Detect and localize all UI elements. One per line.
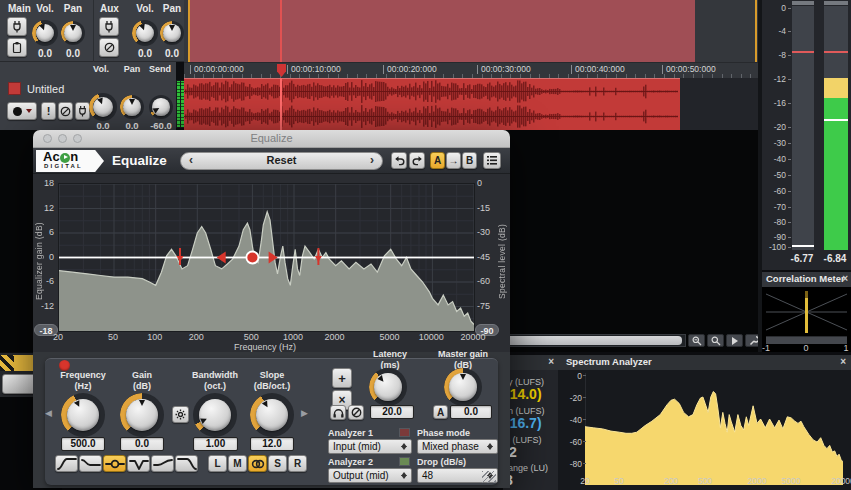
analyzer1-color-swatch[interactable] — [399, 428, 410, 437]
window-titlebar[interactable]: Equalize — [33, 130, 510, 148]
aux-volume-knob[interactable] — [132, 20, 158, 46]
track-pan-knob[interactable] — [120, 95, 144, 119]
ab-copy-button[interactable]: → — [446, 152, 461, 169]
phase-mode-select[interactable]: Mixed phase — [417, 439, 498, 454]
filter-notch-button[interactable] — [127, 455, 150, 472]
slope-knob[interactable] — [250, 393, 294, 437]
gain-knob[interactable] — [120, 393, 164, 437]
panel-titlebar[interactable]: × — [503, 355, 558, 370]
channel-stereo-button[interactable] — [248, 455, 267, 472]
bypass-button[interactable] — [348, 405, 364, 420]
frequency-value[interactable]: 500.0 — [61, 437, 105, 451]
filter-highpass-button[interactable] — [55, 455, 78, 472]
auto-gain-button[interactable]: A — [433, 405, 448, 419]
eq-x-tick-label: 2000 — [325, 332, 345, 342]
preset-name: Reset — [181, 154, 382, 166]
spectrum-y-tick — [583, 463, 586, 464]
channel-side-button[interactable]: S — [268, 455, 287, 472]
aux-pan-knob[interactable] — [160, 21, 184, 45]
overview-selection[interactable] — [190, 0, 695, 62]
close-icon[interactable]: × — [840, 356, 846, 367]
track-mute-button[interactable] — [58, 102, 73, 120]
acon-digital-logo: Acn DIGITAL — [36, 150, 104, 172]
main-volume-knob[interactable] — [32, 20, 58, 46]
meter-yellow-segment — [824, 78, 848, 98]
divider — [93, 0, 94, 62]
scrollbar-thumb[interactable] — [485, 336, 682, 345]
slope-value[interactable]: 12.0 — [250, 437, 294, 451]
analyzer2-color-swatch[interactable] — [399, 457, 410, 466]
track-alert-button[interactable]: ! — [41, 102, 56, 120]
channel-left-button[interactable]: L — [208, 455, 227, 472]
add-band-button[interactable]: + — [332, 368, 352, 388]
main-pan-knob[interactable] — [61, 21, 85, 45]
close-icon[interactable]: × — [842, 273, 848, 284]
overview-left-edge[interactable] — [188, 0, 190, 62]
filter-highshelf-button[interactable] — [151, 455, 174, 472]
master-gain-label: Master gain — [438, 349, 488, 359]
next-band-button[interactable]: ▶ — [301, 408, 308, 418]
overview-right-edge[interactable] — [755, 0, 757, 62]
spectrum-x-tick-label: 20000 — [831, 476, 851, 486]
frequency-knob[interactable] — [61, 393, 105, 437]
main-insert-button[interactable] — [7, 17, 27, 36]
channel-right-button[interactable]: R — [288, 455, 307, 472]
bandwidth-knob[interactable] — [193, 393, 237, 437]
track-lane-empty[interactable] — [680, 78, 758, 130]
play-icon — [64, 155, 68, 159]
preset-menu-button[interactable] — [483, 152, 501, 169]
eq-plot[interactable] — [58, 183, 475, 332]
audio-clip[interactable] — [184, 78, 680, 130]
record-arm-button[interactable] — [7, 102, 37, 120]
aux-bypass-button[interactable] — [99, 38, 119, 57]
filter-peak-button[interactable] — [103, 455, 126, 472]
ab-a-button[interactable]: A — [430, 152, 445, 169]
spectrum-y-tick-label: 0 — [560, 371, 582, 381]
track-color-swatch[interactable] — [8, 82, 21, 95]
undo-button[interactable] — [391, 152, 407, 169]
close-icon[interactable]: × — [548, 356, 554, 367]
monitor-button[interactable] — [330, 405, 346, 420]
zoom-in-button[interactable] — [688, 334, 705, 347]
main-pan-value: 0.0 — [66, 48, 80, 59]
chevron-down-icon — [26, 109, 32, 113]
master-gain-knob[interactable] — [444, 368, 482, 406]
track-volume-knob[interactable] — [89, 93, 117, 121]
track-name[interactable]: Untitled — [27, 83, 64, 95]
preset-selector[interactable]: ‹ Reset › — [180, 152, 383, 170]
correlation-tick-label: -1 — [762, 343, 770, 353]
analyzer2-select[interactable]: Output (mid) — [328, 468, 412, 483]
prev-band-button[interactable]: ◀ — [45, 408, 52, 418]
timeline-scrollbar[interactable] — [480, 334, 686, 347]
resize-grip[interactable] — [482, 471, 496, 483]
filter-lowshelf-button[interactable] — [79, 455, 102, 472]
filter-lowpass-button[interactable] — [175, 455, 198, 472]
panel-titlebar[interactable]: Spectrum Analyzer × — [558, 355, 851, 370]
channel-mid-button[interactable]: M — [228, 455, 247, 472]
latency-knob[interactable] — [369, 368, 407, 406]
overview-bar[interactable] — [184, 0, 758, 62]
x-axis-label: Frequency (Hz) — [234, 342, 296, 352]
main-clipboard-button[interactable] — [7, 38, 27, 57]
band-settings-button[interactable] — [172, 406, 189, 423]
track-vol-label: Vol. — [93, 64, 109, 74]
analyzer1-select[interactable]: Input (mid) — [328, 439, 412, 454]
master-gain-value[interactable]: 0.0 — [450, 405, 492, 419]
play-cursor-button[interactable] — [726, 334, 743, 347]
redo-button[interactable] — [409, 152, 425, 169]
latency-label: Latency — [373, 349, 407, 359]
ab-b-button[interactable]: B — [462, 152, 477, 169]
preset-next-button[interactable]: › — [370, 153, 374, 167]
track-header: Vol. Pan Send Untitled ! 0.0 0.0 -60.0 — [0, 62, 176, 130]
spectrum-y-tick-label: -40 — [560, 415, 582, 425]
aux-insert-button[interactable] — [99, 17, 119, 36]
panel-titlebar[interactable]: Correlation Meter × — [762, 272, 851, 287]
track-send-knob[interactable] — [149, 95, 173, 119]
record-icon — [13, 107, 22, 116]
spectrum-y-tick — [583, 397, 586, 398]
zoom-out-button[interactable] — [707, 334, 724, 347]
timeline-ruler[interactable]: 00:00:00:00000:00:10:00000:00:20:00000:0… — [184, 62, 758, 78]
latency-value[interactable]: 20.0 — [370, 405, 414, 419]
gain-value[interactable]: 0.0 — [120, 437, 164, 451]
bandwidth-value[interactable]: 1.00 — [193, 437, 238, 451]
